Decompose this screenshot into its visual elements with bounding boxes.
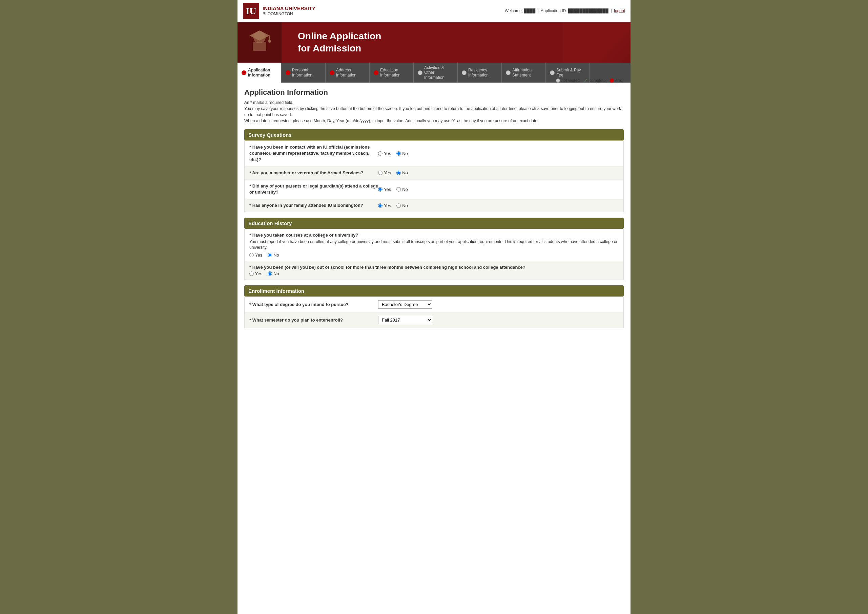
tab-icon-residency (462, 70, 467, 75)
education-section: * Have you taken courses at a college or… (244, 229, 624, 280)
tab-label-residency: Residency Information (468, 68, 497, 78)
banner-text: Online Application for Admission (282, 30, 630, 55)
survey-q4-yes[interactable]: Yes (378, 203, 391, 208)
survey-q3-no-radio[interactable] (397, 187, 401, 192)
survey-q2-no[interactable]: No (397, 170, 408, 175)
survey-question-2: * Are you a member or veteran of the Arm… (249, 170, 378, 176)
university-name: INDIANA UNIVERSITY (263, 5, 316, 11)
survey-q3-no[interactable]: No (397, 187, 408, 192)
survey-q4-no[interactable]: No (397, 203, 408, 208)
survey-q2-yes[interactable]: Yes (378, 170, 391, 175)
edu-note-1: You must report if you have been enrolle… (249, 239, 619, 250)
edu-q1-no[interactable]: No (268, 253, 279, 257)
app-id-value: ██████████████ (568, 8, 608, 13)
tab-label-personal: Personal Information (292, 68, 321, 78)
survey-q1-yes-label: Yes (384, 151, 391, 156)
svg-rect-5 (269, 36, 270, 40)
banner-title-line1: Online Application (298, 30, 630, 42)
tab-label-application: Application Information (248, 68, 277, 78)
survey-q3-yes-label: Yes (384, 187, 391, 192)
banner-title-line2: for Admission (298, 42, 630, 54)
tab-affirmation-statement[interactable]: Affirmation Statement (502, 63, 546, 82)
survey-q2-no-label: No (402, 170, 408, 175)
survey-options-3: Yes No (378, 187, 408, 192)
survey-section-header: Survey Questions (244, 129, 624, 141)
survey-q3-yes[interactable]: Yes (378, 187, 391, 192)
survey-q1-no-radio[interactable] (397, 151, 401, 156)
top-header: IU INDIANA UNIVERSITY BLOOMINGTON Welcom… (238, 0, 630, 22)
tab-address-information[interactable]: Address Information (325, 63, 370, 82)
survey-question-1: * Have you been in contact with an IU of… (249, 144, 378, 163)
app-id-label: Application ID: (541, 8, 567, 13)
tab-residency-information[interactable]: Residency Information (458, 63, 502, 82)
header-right: Welcome, ████ | Application ID: ████████… (505, 8, 625, 13)
edu-q2-yes-label: Yes (255, 271, 262, 276)
svg-marker-4 (249, 31, 270, 40)
enroll-question-2: * What semester do you plan to enter/enr… (249, 318, 378, 323)
survey-q3-no-label: No (402, 187, 408, 192)
edu-question-title-1: * Have you taken courses at a college or… (249, 233, 619, 237)
tab-label-education: Education Information (380, 68, 409, 78)
svg-point-6 (268, 40, 271, 43)
tab-icon-application (241, 70, 246, 75)
tab-icon-submit (550, 70, 555, 75)
tab-application-information[interactable]: Application Information (238, 63, 282, 82)
edu-question-block-1: * Have you taken courses at a college or… (244, 229, 624, 261)
legend-error: error (610, 78, 624, 83)
edu-q2-yes-radio[interactable] (249, 271, 254, 276)
edu-options-1: Yes No (249, 253, 619, 257)
instructions: An * marks a required field. You may sav… (244, 99, 624, 124)
edu-q2-no-radio[interactable] (268, 271, 272, 276)
survey-question-3: * Did any of your parents or legal guard… (249, 183, 378, 195)
survey-q2-yes-radio[interactable] (378, 171, 383, 175)
tab-label-submit: Submit & Pay Fee (556, 68, 585, 78)
edu-q1-yes[interactable]: Yes (249, 253, 262, 257)
enroll-question-1: * What type of degree do you intend to p… (249, 302, 378, 307)
enrollment-section-header: Enrollment Information (244, 285, 624, 296)
banner-image (238, 22, 282, 63)
username: ████ (524, 8, 535, 13)
survey-q1-no-label: No (402, 151, 408, 156)
instruction-1: An * marks a required field. (244, 99, 624, 105)
edu-question-block-2: * Have you been (or will you be) out of … (244, 261, 624, 279)
edu-q1-no-radio[interactable] (268, 253, 272, 257)
degree-select[interactable]: Bachelor's Degree Associate's Degree Mas… (378, 300, 432, 309)
tab-icon-activities (418, 70, 423, 75)
enroll-control-1: Bachelor's Degree Associate's Degree Mas… (378, 300, 432, 309)
survey-question-4: * Has anyone in your family attended IU … (249, 202, 378, 208)
edu-q2-yes[interactable]: Yes (249, 271, 262, 276)
edu-q2-no-label: No (274, 271, 279, 276)
survey-q1-yes[interactable]: Yes (378, 151, 391, 156)
survey-options-2: Yes No (378, 170, 408, 175)
enrollment-section: * What type of degree do you intend to p… (244, 296, 624, 328)
survey-q4-yes-label: Yes (384, 203, 391, 208)
tab-icon-affirmation (506, 70, 510, 75)
legend-error-label: error (615, 78, 624, 83)
semester-select[interactable]: Fall 2017 Spring 2018 Summer 2018 Fall 2… (378, 316, 432, 324)
survey-options-1: Yes No (378, 151, 408, 156)
page-title: Application Information (244, 88, 624, 97)
tab-education-information[interactable]: Education Information (370, 63, 414, 82)
survey-q4-no-radio[interactable] (397, 203, 401, 208)
survey-row-4: * Has anyone in your family attended IU … (244, 199, 624, 212)
edu-q2-no[interactable]: No (268, 271, 279, 276)
survey-row-1: * Have you been in contact with an IU of… (244, 141, 624, 166)
tab-personal-information[interactable]: Personal Information (282, 63, 325, 82)
survey-row-3: * Did any of your parents or legal guard… (244, 180, 624, 199)
main-content: not visited ✓ complete error Application… (238, 82, 630, 333)
university-sub: BLOOMINGTON (263, 11, 316, 16)
legend-complete-label: complete (589, 78, 606, 83)
survey-q4-yes-radio[interactable] (378, 203, 383, 208)
edu-q1-yes-radio[interactable] (249, 253, 254, 257)
survey-options-4: Yes No (378, 203, 408, 208)
survey-q1-yes-radio[interactable] (378, 151, 383, 156)
survey-q2-no-radio[interactable] (397, 171, 401, 175)
survey-q4-no-label: No (402, 203, 408, 208)
logout-link[interactable]: logout (614, 8, 625, 13)
tab-activities-information[interactable]: Activities & Other Information (414, 63, 458, 82)
svg-rect-3 (253, 42, 266, 51)
survey-q3-yes-radio[interactable] (378, 187, 383, 192)
tab-submit-pay[interactable]: Submit & Pay Fee (546, 63, 590, 82)
tab-label-affirmation: Affirmation Statement (512, 68, 541, 78)
survey-q1-no[interactable]: No (397, 151, 408, 156)
